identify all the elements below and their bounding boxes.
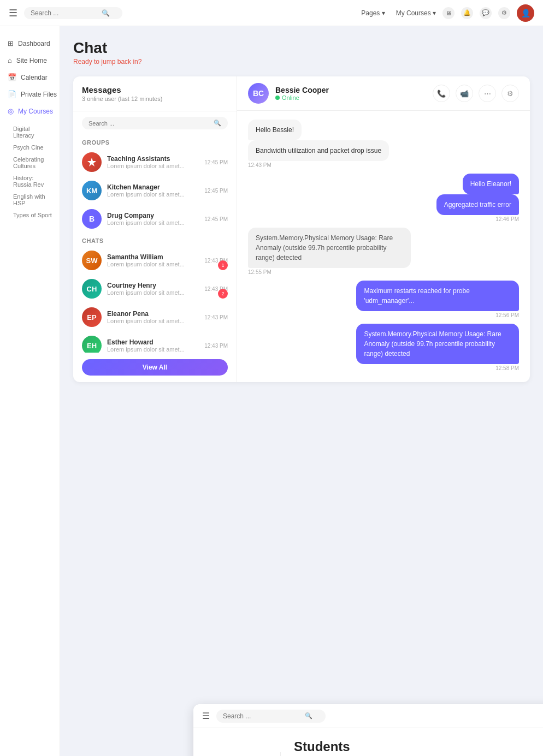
nav-my-courses[interactable]: My Courses ▾: [396, 9, 436, 17]
messages-search[interactable]: 🔍: [82, 117, 228, 129]
messages-header: Messages 3 online user (last 12 minutes): [73, 76, 237, 111]
msg-time-3: 12:55 PM: [248, 269, 272, 275]
message-system-2: System.Memory.Physical Memory Usage: Rar…: [356, 324, 519, 364]
chat-messages: Hello Bessie! Bandwidth utilization and …: [237, 111, 530, 382]
sidebar-sub-section: Digital Literacy Psych Cine Celebrating …: [0, 123, 60, 221]
more-icon[interactable]: ⋯: [479, 85, 496, 102]
nav-pages[interactable]: Pages ▾: [361, 9, 385, 17]
group-kitchen-manager[interactable]: KM Kitchen Manager Lorem ipsum dolor sit…: [73, 176, 237, 205]
sidebar-item-calendar[interactable]: 📅 Calendar: [0, 69, 60, 86]
contact-status: Online: [275, 94, 426, 101]
msg-group-5: System.Memory.Physical Memory Usage: Rar…: [248, 324, 519, 371]
chat-info-sw: Samantha William Lorem ipsum dolor sit a…: [107, 253, 199, 267]
home-icon: ⌂: [8, 56, 12, 64]
group-preview-km: Lorem ipsum dolor sit amet...: [107, 191, 199, 198]
messages-search-icon: 🔍: [214, 120, 221, 127]
page-title: Chat: [73, 39, 530, 57]
unread-badge-ch: 2: [218, 289, 228, 299]
bell-icon[interactable]: 🔔: [461, 7, 473, 19]
page-subtitle: Ready to jump back in?: [73, 58, 530, 66]
chat-esther[interactable]: EH Esther Howard Lorem ipsum dolor sit a…: [73, 331, 237, 353]
group-name-dc: Drug Company: [107, 212, 199, 219]
chat-name-sw: Samantha William: [107, 253, 199, 261]
sp-sidebar: ⊞ Dashboard ⌂ Site Home 📅 Calendar 📄: [193, 752, 281, 756]
group-preview-dc: Lorem ipsum dolor sit amet...: [107, 219, 199, 226]
courses-icon: ◎: [8, 107, 14, 115]
chat-eleanor[interactable]: EP Eleanor Pena Lorem ipsum dolor sit am…: [73, 303, 237, 331]
chat-avatar-eh: EH: [82, 336, 102, 353]
group-time-km: 12:45 PM: [204, 188, 228, 194]
group-preview-ta: Lorem ipsum dolor sit amet...: [107, 163, 199, 169]
top-search-input[interactable]: [31, 9, 102, 17]
sidebar-label-dashboard: Dashboard: [18, 40, 50, 47]
group-info-ta: Teaching Assistants Lorem ipsum dolor si…: [107, 155, 199, 169]
group-info-dc: Drug Company Lorem ipsum dolor sit amet.…: [107, 212, 199, 226]
msg-group-2: Hello Eleanor! Aggregated traffic error …: [248, 174, 519, 222]
msg-group-1: Hello Bessie! Bandwidth utilization and …: [248, 120, 519, 168]
monitor-icon[interactable]: 🖥: [442, 7, 455, 19]
svg-marker-0: [87, 158, 96, 166]
chat-preview-eh: Lorem ipsum dolor sit amet...: [107, 346, 199, 353]
sp-hamburger-icon[interactable]: ☰: [202, 711, 210, 721]
second-page-header: ☰ 🔍: [193, 704, 543, 728]
online-count: 3 online user (last 12 minutes): [82, 96, 228, 102]
msg-time-1: 12:43 PM: [248, 162, 272, 168]
search-icon: 🔍: [102, 9, 110, 17]
sidebar-sub-english[interactable]: English with HSP: [0, 191, 60, 209]
chat-info-ch: Courtney Henry Lorem ipsum dolor sit ame…: [107, 282, 199, 296]
top-navigation: ☰ 🔍 Pages ▾ My Courses ▾ 🖥 🔔 💬 ⚙ 👤: [0, 0, 543, 26]
chat-courtney[interactable]: CH Courtney Henry Lorem ipsum dolor sit …: [73, 275, 237, 303]
group-teaching-assistants[interactable]: Teaching Assistants Lorem ipsum dolor si…: [73, 148, 237, 176]
chat-avatar-sw: SW: [82, 251, 102, 270]
group-name-ta: Teaching Assistants: [107, 155, 199, 163]
chat-time-eh: 12:43 PM: [204, 343, 228, 349]
chat-samantha[interactable]: SW Samantha William Lorem ipsum dolor si…: [73, 246, 237, 275]
group-avatar-ta: [82, 152, 102, 172]
hamburger-icon[interactable]: ☰: [9, 7, 17, 19]
msg-time-5: 12:58 PM: [495, 365, 519, 371]
sidebar-sub-digital-literacy[interactable]: Digital Literacy: [0, 123, 60, 141]
sidebar-sub-types-of-sport[interactable]: Types of Sport: [0, 209, 60, 221]
message-hello-bessie: Hello Bessie!: [248, 120, 302, 140]
sp-search-bar[interactable]: 🔍: [216, 710, 326, 723]
settings-icon[interactable]: ⚙: [501, 85, 519, 102]
sidebar-item-private-files[interactable]: 📄 Private Files: [0, 86, 60, 103]
group-name-km: Kitchen Manager: [107, 183, 199, 191]
group-drug-company[interactable]: B Drug Company Lorem ipsum dolor sit ame…: [73, 205, 237, 233]
contact-name: Bessie Cooper: [275, 86, 426, 94]
contact-info: Bessie Cooper Online: [275, 86, 426, 101]
phone-icon[interactable]: 📞: [433, 85, 450, 102]
message-aggregated: Aggregated traffic error: [436, 194, 519, 215]
sidebar-sub-celebrating-cultures[interactable]: Celebrating Cultures: [0, 153, 60, 172]
messages-panel: Messages 3 online user (last 12 minutes)…: [73, 76, 237, 382]
user-avatar[interactable]: 👤: [517, 4, 534, 22]
sidebar-sub-psych-cine[interactable]: Psych Cine: [0, 141, 60, 153]
students-title: Students: [294, 739, 543, 754]
messages-search-input[interactable]: [88, 120, 214, 127]
chat-actions: 📞 📹 ⋯ ⚙: [433, 85, 519, 102]
chat-time-ep: 12:43 PM: [204, 314, 228, 320]
calendar-icon: 📅: [8, 73, 16, 81]
sidebar-item-my-courses[interactable]: ◎ My Courses: [0, 103, 60, 120]
unread-badge-sw: 1: [218, 260, 228, 270]
gear-icon[interactable]: ⚙: [498, 7, 510, 19]
sp-search-input[interactable]: [223, 712, 305, 720]
messages-title: Messages: [82, 85, 228, 94]
group-avatar-dc: B: [82, 209, 102, 229]
chat-name-ep: Eleanor Pena: [107, 310, 199, 318]
msg-group-4: Maximum restarts reached for probe 'udm_…: [248, 281, 519, 318]
chat-container: Messages 3 online user (last 12 minutes)…: [73, 76, 530, 382]
sp-layout: ⊞ Dashboard ⌂ Site Home 📅 Calendar 📄: [193, 728, 543, 756]
sidebar-item-site-home[interactable]: ⌂ Site Home: [0, 52, 60, 69]
sidebar-item-dashboard[interactable]: ⊞ Dashboard: [0, 35, 60, 52]
chat-info-ep: Eleanor Pena Lorem ipsum dolor sit amet.…: [107, 310, 199, 324]
video-icon[interactable]: 📹: [456, 85, 473, 102]
chat-bubble-icon[interactable]: 💬: [480, 7, 492, 19]
main-layout: ⊞ Dashboard ⌂ Site Home 📅 Calendar 📄 Pri…: [0, 26, 543, 756]
sidebar-sub-history[interactable]: History: Russia Rev: [0, 172, 60, 191]
top-search-bar[interactable]: 🔍: [24, 7, 122, 19]
status-dot: [275, 96, 280, 100]
view-all-button[interactable]: View All: [82, 359, 228, 376]
second-page-wrapper: ☰ 🔍 ⊞ Dashboard ⌂: [73, 393, 530, 756]
chat-preview-sw: Lorem ipsum dolor sit amet...: [107, 261, 199, 267]
